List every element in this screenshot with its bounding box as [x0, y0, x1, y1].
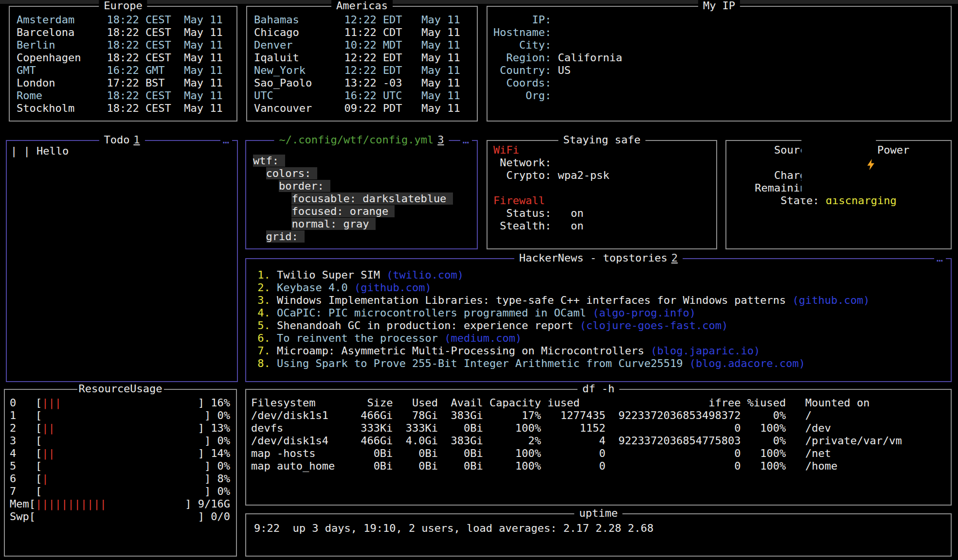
meter-label: 2	[10, 422, 36, 435]
cell-mounted-on: /	[805, 409, 812, 422]
date-label: May 11	[421, 77, 460, 89]
cell-percent-iused: 0%	[741, 409, 786, 422]
time-label: 09:22	[338, 102, 376, 115]
time-label: 16:22	[338, 89, 376, 102]
hackernews-story[interactable]: 2. Keybase 4.0 (github.com)	[251, 281, 946, 294]
time-label: 18:22	[100, 52, 139, 64]
date-label: May 11	[184, 39, 222, 52]
config-code-line: focusable: darkslateblue	[253, 192, 470, 205]
date-label: May 11	[421, 52, 460, 64]
meter-value: 0%	[217, 485, 231, 498]
panel-todo[interactable]: Todo1 … | | Hello	[6, 140, 238, 382]
meter-bracket-close: ]	[198, 397, 204, 409]
cell-size: 0Bi	[341, 460, 393, 472]
story-domain-link[interactable]: (github.com)	[354, 281, 432, 294]
hackernews-story[interactable]: 7. Microamp: Asymmetric Multi-Processing…	[251, 345, 946, 357]
config-code-line: wtf:	[253, 155, 470, 167]
clock-rows: Bahamas 12:22 EDT May 11 Chicago 11:22 C…	[247, 7, 477, 115]
meter-label: 4	[10, 447, 36, 460]
clock-row: Bahamas 12:22 EDT May 11	[254, 14, 470, 26]
story-rank: 4.	[251, 307, 277, 319]
meter-value: 9/16G	[198, 498, 230, 510]
ip-field-label: IP:	[493, 14, 551, 26]
panel-shortcut: 3	[437, 134, 444, 146]
timezone-label: CDT	[383, 26, 415, 39]
cell-ifree: 0	[605, 447, 741, 460]
story-domain-link[interactable]: (blog.adacore.com)	[689, 357, 805, 370]
meter-value: 16%	[211, 397, 230, 409]
cell-iused: 1152	[541, 422, 605, 435]
meter-label: Mem	[10, 498, 29, 510]
city-label: Chicago	[254, 26, 338, 39]
panel-title: ~/.config/wtf/config.yml3	[274, 134, 449, 146]
meter-value: 0%	[217, 460, 231, 472]
timezone-label: EDT	[383, 64, 415, 77]
panel-battery: Source: Battery Power Charge: 85% Remain…	[725, 140, 952, 249]
story-domain-link[interactable]: (github.com)	[793, 294, 870, 307]
overflow-ellipsis-icon: …	[934, 252, 946, 264]
time-label: 10:22	[338, 39, 376, 52]
story-domain-link[interactable]: (clojure-goes-fast.com)	[579, 319, 728, 332]
story-domain-link[interactable]: (medium.com)	[444, 332, 522, 345]
hackernews-story[interactable]: 4. OCaPIC: PIC microcontrollers programm…	[251, 307, 946, 319]
config-code-line: border:	[253, 180, 470, 192]
cell-filesystem: map -hosts	[251, 447, 341, 460]
disk-table-row: map auto_home 0Bi 0Bi 0Bi 100% 0 0 100% …	[251, 460, 946, 472]
story-domain-link[interactable]: (algo-prog.info)	[593, 307, 696, 319]
story-rank: 8.	[251, 357, 277, 370]
cell-ifree: 9223372036854775803	[605, 435, 741, 447]
meter-bracket-close: ]	[185, 498, 191, 510]
meter-bars	[42, 409, 204, 422]
meter-bracket-close: ]	[198, 510, 204, 523]
city-label: Rome	[17, 89, 100, 102]
hackernews-story[interactable]: 3. Windows Implementation Libraries: typ…	[251, 294, 946, 307]
timezone-label: CEST	[145, 14, 178, 26]
meter-bracket-open: [	[36, 485, 42, 498]
meter-bars	[42, 485, 204, 498]
story-domain-link[interactable]: (blog.japaric.io)	[651, 345, 760, 357]
meter-label: 1	[10, 409, 36, 422]
panel-uptime: uptime 9:22 up 3 days, 19:10, 2 users, l…	[245, 513, 952, 557]
todo-item[interactable]: | | Hello	[11, 145, 233, 158]
ip-field-value: US	[558, 64, 571, 77]
hackernews-story[interactable]: 1. Twilio Super SIM (twilio.com)	[251, 269, 946, 281]
timezone-label: CEST	[145, 89, 178, 102]
panel-config-file[interactable]: ~/.config/wtf/config.yml3 … wtf: colors:…	[245, 140, 478, 249]
cell-percent-iused: 0%	[741, 435, 786, 447]
cell-iused: 1277435	[541, 409, 605, 422]
cell-size: 466Gi	[341, 435, 393, 447]
panel-shortcut: 1	[133, 134, 140, 146]
date-label: May 11	[421, 26, 460, 39]
clock-row: Amsterdam 18:22 CEST May 11	[17, 14, 230, 26]
meter-label: Swp	[10, 510, 29, 523]
hackernews-story[interactable]: 8. Using Spark to Prove 255-Bit Integer …	[251, 357, 946, 370]
story-domain-link[interactable]: (twilio.com)	[386, 269, 464, 281]
cell-filesystem: /dev/disk1s4	[251, 435, 341, 447]
meter-bracket-open: [	[36, 435, 42, 447]
timezone-label: -03	[383, 77, 415, 89]
disk-table-row: map -hosts 0Bi 0Bi 0Bi 100% 0 0 100% /ne…	[251, 447, 946, 460]
story-title: OCaPIC: PIC microcontrollers programmed …	[277, 307, 586, 319]
panel-title: uptime	[574, 507, 622, 520]
disk-table: Filesystem Size Used Avail Capacity iuse…	[246, 390, 951, 472]
hackernews-story[interactable]: 6. To reinvent the processor (medium.com…	[251, 332, 946, 345]
timezone-label: EDT	[383, 52, 415, 64]
meter-bracket-open: [	[36, 447, 42, 460]
ip-row: Coords:	[493, 77, 945, 89]
panel-hackernews[interactable]: HackerNews - topstories2 … 1. Twilio Sup…	[245, 258, 952, 382]
cell-avail: 0Bi	[438, 422, 483, 435]
time-label: 18:22	[100, 39, 139, 52]
timezone-label: CEST	[145, 52, 178, 64]
date-label: May 11	[421, 39, 460, 52]
overflow-ellipsis-icon: …	[460, 134, 472, 146]
resource-meter: 6 [ | ] 8%	[10, 472, 230, 485]
meter-label: 5	[10, 460, 36, 472]
panel-my-ip: My IP IP: Hostname: City: Region: Califo…	[487, 6, 952, 122]
story-rank: 7.	[251, 345, 277, 357]
resource-meter: 7 [ ] 0%	[10, 485, 230, 498]
hackernews-story[interactable]: 5. Shenandoah GC in production: experien…	[251, 319, 946, 332]
meter-bars: |||||||||||	[36, 498, 185, 510]
meter-bars	[36, 510, 198, 523]
panel-title: Europe	[99, 0, 147, 12]
date-label: May 11	[184, 89, 222, 102]
